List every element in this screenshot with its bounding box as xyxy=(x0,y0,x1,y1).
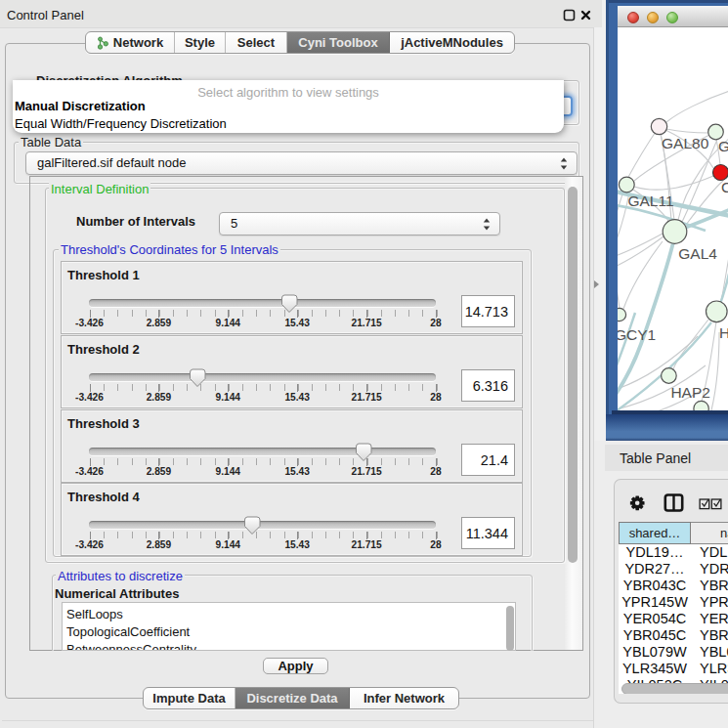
svg-text:GCY1: GCY1 xyxy=(618,326,656,343)
svg-text:GAL11: GAL11 xyxy=(627,193,673,209)
svg-text:HAP2: HAP2 xyxy=(670,384,710,401)
svg-text:GAL80: GAL80 xyxy=(662,135,709,151)
svg-text:C: C xyxy=(721,179,728,195)
svg-text:H: H xyxy=(719,324,728,341)
svg-text:GAL4: GAL4 xyxy=(678,245,717,262)
svg-text:GA: GA xyxy=(718,138,728,154)
